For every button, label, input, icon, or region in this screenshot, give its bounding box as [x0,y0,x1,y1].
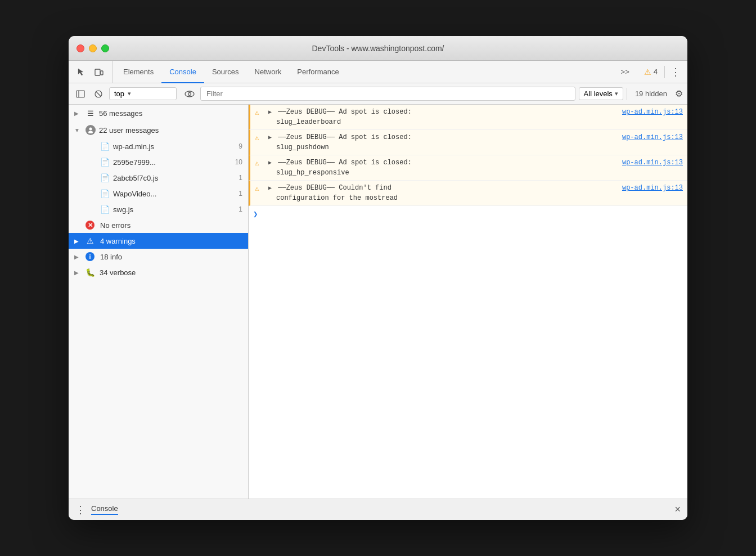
tabs-right: >> ⚠ 4 ⋮ [613,61,683,83]
clear-console-icon[interactable] [91,87,106,101]
source-link[interactable]: wp-ad.min.js:13 [622,183,683,192]
sidebar-item-2abcb5f7c0[interactable]: ▶ 📄 2abcb5f7c0.js 1 [69,170,248,186]
file-icon: 📄 [100,189,110,198]
sidebar-item-swg[interactable]: ▶ 📄 swg.js 1 [69,201,248,217]
hidden-count: 19 hidden [631,89,672,98]
sidebar-item-warnings[interactable]: ▶ ⚠ 4 warnings [69,233,248,249]
filter-input[interactable] [200,87,575,101]
context-selector[interactable]: top ▾ [109,87,177,100]
expand-arrow-icon[interactable]: ▶ [268,109,272,115]
source-link[interactable]: wp-ad.min.js:13 [622,158,683,167]
sidebar-toggle-icon[interactable] [73,87,88,101]
dropdown-arrow-icon: ▾ [128,90,131,97]
expand-arrow-icon[interactable]: ▶ [268,160,272,166]
log-entry: ⚠ ▶ ——Zeus DEBUG—— Ad spot is closed: sl… [249,155,687,181]
file-icon: 📄 [100,142,110,151]
expand-arrow-icon[interactable]: ▶ [268,185,272,191]
device-icon [94,68,104,77]
sidebar-item-info[interactable]: ▶ i 18 info [69,249,248,264]
toolbar-icons [73,61,113,83]
user-icon [86,125,96,135]
devtools-window: DevTools - www.washingtonpost.com/ Eleme… [69,36,687,520]
inspect-element-button[interactable] [73,64,89,80]
levels-dropdown-icon: ▾ [615,90,618,97]
bottom-tab-label[interactable]: Console [91,504,118,515]
cursor-icon [76,68,86,77]
sidebar-item-2595e7999[interactable]: ▶ 📄 2595e7999... 10 [69,154,248,170]
sidebar-item-all-messages[interactable]: ▶ ☰ 56 messages [69,105,248,122]
minimize-button[interactable] [89,44,97,52]
svg-point-9 [88,131,93,134]
tab-sources[interactable]: Sources [204,61,247,83]
verbose-icon: 🐛 [86,268,95,277]
file-icon: 📄 [100,158,110,167]
warning-icon: ⚠ [255,183,265,193]
sidebar-item-wp-ad[interactable]: ▶ 📄 wp-ad.min.js 9 [69,138,248,154]
device-toolbar-button[interactable] [91,64,107,80]
expand-arrow-icon: ▼ [74,127,82,133]
devtools-menu-button[interactable]: ⋮ [668,64,683,80]
warning-icon: ⚠ [255,158,265,168]
sidebar-item-verbose[interactable]: ▶ 🐛 34 verbose [69,264,248,280]
bottom-menu-button[interactable]: ⋮ [75,504,86,516]
console-toolbar: top ▾ All levels ▾ 19 hidden ⚙ [69,83,687,105]
svg-line-5 [96,92,101,96]
expand-arrow-icon[interactable]: ▶ [268,134,272,141]
bottom-bar: ⋮ Console × [69,499,687,520]
expand-arrow-icon: ▶ [74,110,82,116]
svg-rect-2 [76,91,84,97]
log-entry: ⚠ ▶ ——Zeus DEBUG—— Ad spot is closed: sl… [249,130,687,155]
svg-point-8 [89,128,92,131]
warning-icon: ⚠ [255,107,265,117]
tab-performance[interactable]: Performance [289,61,346,83]
source-link[interactable]: wp-ad.min.js:13 [622,107,683,116]
live-expressions-button[interactable] [182,87,197,101]
warning-icon: ⚠ [86,236,94,245]
console-settings-button[interactable]: ⚙ [675,88,683,99]
info-icon: i [86,252,94,261]
console-output: ⚠ ▶ ——Zeus DEBUG—— Ad spot is closed: sl… [249,105,687,499]
prompt-icon: ❯ [253,209,258,219]
list-icon: ☰ [86,108,96,118]
file-icon: 📄 [100,173,110,182]
sidebar-item-wapovideo[interactable]: ▶ 📄 WapoVideo... 1 [69,186,248,201]
close-drawer-button[interactable]: × [674,504,681,515]
log-entry: ⚠ ▶ ——Zeus DEBUG—— Couldn't find configu… [249,181,687,206]
svg-point-6 [185,91,194,97]
tabs-bar: Elements Console Sources Network Perform… [69,61,687,83]
tab-console[interactable]: Console [161,61,204,83]
warning-badge: ⚠ 4 [641,66,661,78]
svg-point-7 [188,92,191,95]
svg-rect-0 [95,69,100,75]
source-link[interactable]: wp-ad.min.js:13 [622,132,683,141]
sidebar-item-user-messages[interactable]: ▼ 22 user messages [69,122,248,138]
close-button[interactable] [76,44,84,52]
svg-rect-1 [101,71,103,75]
console-prompt[interactable]: ❯ [249,206,687,222]
tab-network[interactable]: Network [247,61,290,83]
traffic-lights [76,44,109,52]
window-title: DevTools - www.washingtonpost.com/ [312,44,444,53]
title-bar: DevTools - www.washingtonpost.com/ [69,36,687,61]
more-tabs-button[interactable]: >> [613,68,637,77]
maximize-button[interactable] [101,44,109,52]
sidebar-item-no-errors[interactable]: ▶ ✕ No errors [69,217,248,233]
error-icon: ✕ [86,221,94,230]
main-content: ▶ ☰ 56 messages ▼ 22 user messages ▶ 📄 [69,105,687,499]
tab-elements[interactable]: Elements [115,61,161,83]
log-levels-selector[interactable]: All levels ▾ [579,87,623,100]
console-sidebar: ▶ ☰ 56 messages ▼ 22 user messages ▶ 📄 [69,105,249,499]
file-icon: 📄 [100,205,110,214]
warning-icon: ⚠ [644,68,651,77]
warning-icon: ⚠ [255,132,265,142]
log-entry: ⚠ ▶ ——Zeus DEBUG—— Ad spot is closed: sl… [249,105,687,130]
